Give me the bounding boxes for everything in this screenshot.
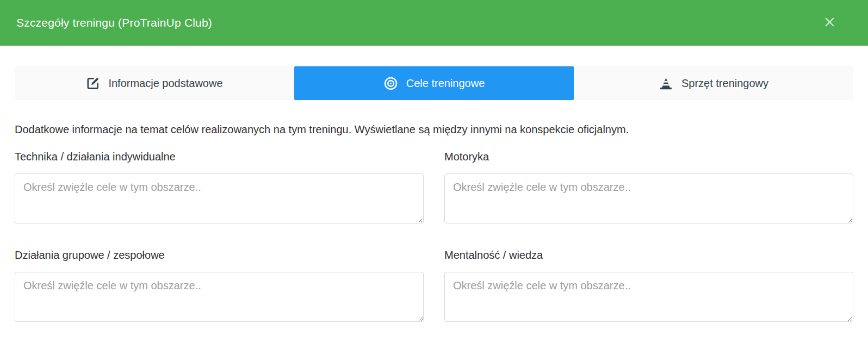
traffic-cone-icon xyxy=(659,76,673,91)
field-motoryka: Motoryka xyxy=(444,151,853,226)
field-technika: Technika / działania indywidualne xyxy=(15,151,424,226)
tab-sprzet-treningowy[interactable]: Sprzęt treningowy xyxy=(574,66,853,100)
mentalnosc-textarea[interactable] xyxy=(444,272,853,322)
tab-description: Dodatkowe informacje na temat celów real… xyxy=(15,122,853,137)
dzialania-grupowe-textarea[interactable] xyxy=(15,272,424,322)
tab-informacje-podstawowe[interactable]: Informacje podstawowe xyxy=(15,66,294,100)
close-button[interactable] xyxy=(820,12,840,34)
modal-header: Szczegóły treningu (ProTrainUp Club) xyxy=(0,0,868,46)
field-mentalnosc: Mentalność / wiedza xyxy=(444,249,853,324)
field-label-dzialania-grupowe: Działania grupowe / zespołowe xyxy=(15,249,424,262)
target-icon xyxy=(383,76,398,91)
technika-textarea[interactable] xyxy=(15,173,424,223)
modal-body: Informacje podstawowe Cele treningowe xyxy=(0,66,868,324)
tab-label: Sprzęt treningowy xyxy=(681,77,768,90)
modal-title: Szczegóły treningu (ProTrainUp Club) xyxy=(16,16,212,29)
tab-bar: Informacje podstawowe Cele treningowe xyxy=(15,66,853,100)
goals-form: Technika / działania indywidualne Motory… xyxy=(15,151,853,324)
field-dzialania-grupowe: Działania grupowe / zespołowe xyxy=(15,249,424,324)
field-label-mentalnosc: Mentalność / wiedza xyxy=(444,249,853,262)
edit-square-icon xyxy=(86,76,100,90)
field-label-motoryka: Motoryka xyxy=(444,151,853,163)
close-icon xyxy=(823,15,836,30)
tab-label: Informacje podstawowe xyxy=(108,77,222,90)
field-label-technika: Technika / działania indywidualne xyxy=(15,151,424,163)
tab-cele-treningowe[interactable]: Cele treningowe xyxy=(294,66,574,100)
motoryka-textarea[interactable] xyxy=(444,173,853,223)
tab-label: Cele treningowe xyxy=(406,77,485,90)
